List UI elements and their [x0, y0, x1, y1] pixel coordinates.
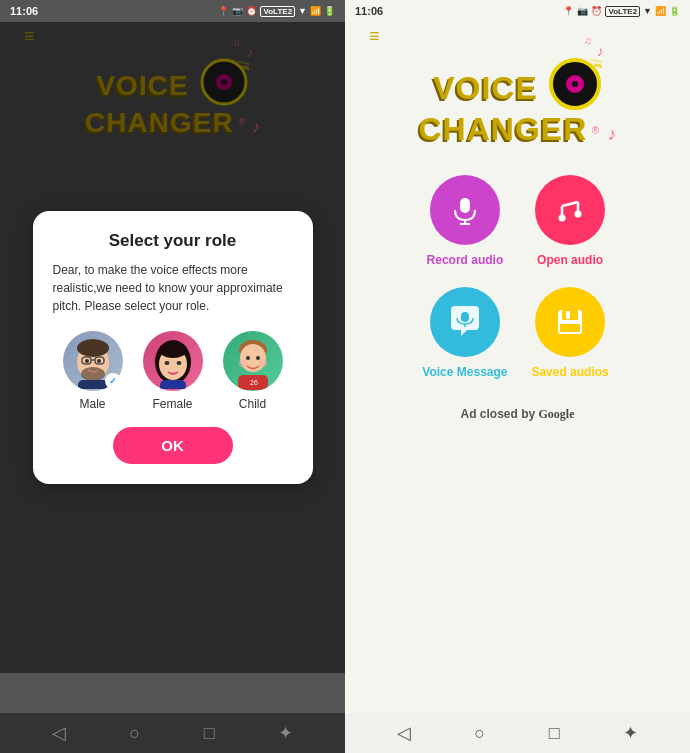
female-face-svg	[148, 334, 198, 389]
svg-point-35	[559, 215, 566, 222]
svg-rect-11	[78, 380, 108, 389]
voice-message-icon-bg	[430, 287, 500, 357]
logo-title-right-2: CHANGER	[418, 111, 587, 147]
home-button-right[interactable]: ○	[474, 723, 485, 744]
open-audio-icon-bg	[535, 175, 605, 245]
phone-right: 11:06 📍 📷 ⏰ VoLTE2 ▼ 📶 🔋 ≡ VOICE	[345, 0, 690, 753]
female-avatar	[143, 331, 203, 391]
svg-rect-29	[460, 198, 470, 213]
open-audio-button[interactable]: Open audio	[528, 175, 613, 267]
ok-button[interactable]: OK	[113, 427, 233, 464]
back-button-right[interactable]: ◁	[397, 722, 411, 744]
female-label: Female	[152, 397, 192, 411]
svg-point-14	[159, 342, 187, 358]
child-label: Child	[239, 397, 266, 411]
svg-text:26: 26	[250, 379, 258, 386]
recents-button-right[interactable]: □	[549, 723, 560, 744]
child-avatar: 26	[223, 331, 283, 391]
status-bar-right: 11:06 📍 📷 ⏰ VoLTE2 ▼ 📶 🔋	[345, 0, 690, 22]
voice-message-button[interactable]: Voice Message	[422, 287, 507, 379]
record-audio-icon-bg	[430, 175, 500, 245]
role-option-male[interactable]: ✓ Male	[63, 331, 123, 411]
extra-button-left[interactable]: ✦	[278, 722, 293, 744]
ad-bar: Ad closed by Google	[452, 399, 582, 430]
microphone-icon	[449, 194, 481, 226]
back-button-left[interactable]: ◁	[52, 722, 66, 744]
selected-checkmark: ✓	[105, 373, 121, 389]
hamburger-menu-right[interactable]: ≡	[357, 18, 392, 54]
saved-audios-label: Saved audios	[531, 365, 608, 379]
svg-rect-17	[160, 380, 186, 389]
svg-point-4	[77, 339, 109, 357]
svg-point-36	[575, 211, 582, 218]
app-background-right: ≡ VOICE ♪ ♫ CHANGER	[345, 22, 690, 713]
svg-point-16	[176, 361, 181, 365]
svg-point-23	[259, 359, 267, 367]
svg-point-20	[246, 356, 250, 360]
svg-point-7	[97, 359, 101, 363]
save-icon	[554, 306, 586, 338]
music-note-right-3: ♪	[608, 124, 617, 144]
dialog-description: Dear, to make the voice effects more rea…	[53, 261, 293, 315]
saved-audios-icon-bg	[535, 287, 605, 357]
male-avatar: ✓	[63, 331, 123, 391]
status-bar-left: 11:06 📍 📷 ⏰ VoLTE2 ▼ 📶 🔋	[0, 0, 345, 22]
voice-message-icon	[447, 304, 483, 340]
svg-point-15	[164, 361, 169, 365]
role-option-female[interactable]: Female	[143, 331, 203, 411]
record-audio-label: Record audio	[427, 253, 504, 267]
phone-left: 11:06 📍 📷 ⏰ VoLTE2 ▼ 📶 🔋 ≡ VOICE	[0, 0, 345, 753]
svg-point-6	[85, 359, 89, 363]
child-face-svg: 26	[228, 332, 278, 390]
ad-brand: Google	[539, 407, 575, 421]
app-background-left: ≡ VOICE ♪ ♫	[0, 22, 345, 713]
male-label: Male	[79, 397, 105, 411]
bottom-nav-left: ◁ ○ □ ✦	[0, 713, 345, 753]
time-right: 11:06	[355, 5, 383, 17]
dialog-overlay: Select your role Dear, to make the voice…	[0, 22, 345, 673]
ad-text: Ad closed by	[460, 407, 535, 421]
extra-button-right[interactable]: ✦	[623, 722, 638, 744]
music-note-right-2: ♫	[584, 35, 592, 46]
music-icon	[554, 194, 586, 226]
time-left: 11:06	[10, 5, 38, 17]
home-button-left[interactable]: ○	[129, 723, 140, 744]
role-dialog: Select your role Dear, to make the voice…	[33, 211, 313, 484]
status-icons-left: 📍 📷 ⏰ VoLTE2 ▼ 📶 🔋	[218, 6, 335, 17]
svg-point-22	[239, 359, 247, 367]
saved-audios-button[interactable]: Saved audios	[528, 287, 613, 379]
logo-title-right-1: VOICE	[433, 72, 538, 104]
svg-point-21	[256, 356, 260, 360]
open-audio-label: Open audio	[537, 253, 603, 267]
main-buttons-grid: Record audio Open audio	[392, 155, 642, 399]
record-audio-button[interactable]: Record audio	[422, 175, 507, 267]
voice-message-label: Voice Message	[422, 365, 507, 379]
role-options: ✓ Male	[53, 331, 293, 411]
logo-registered-right: ®	[592, 125, 599, 136]
music-note-right-1: ♪	[597, 43, 604, 59]
svg-line-32	[562, 202, 578, 206]
svg-point-28	[572, 81, 578, 87]
logo-right: VOICE ♪ ♫ CHANGER ® ♪	[418, 61, 616, 145]
dialog-title: Select your role	[53, 231, 293, 251]
recents-button-left[interactable]: □	[204, 723, 215, 744]
svg-rect-42	[560, 324, 580, 332]
status-icons-right: 📍 📷 ⏰ VoLTE2 ▼ 📶 🔋	[563, 6, 680, 17]
svg-point-5	[81, 367, 105, 381]
vinyl-icon-right	[548, 57, 602, 111]
svg-rect-41	[566, 311, 570, 319]
bottom-nav-right: ◁ ○ □ ✦	[345, 713, 690, 753]
role-option-child[interactable]: 26 Child	[223, 331, 283, 411]
svg-rect-37	[461, 312, 469, 322]
